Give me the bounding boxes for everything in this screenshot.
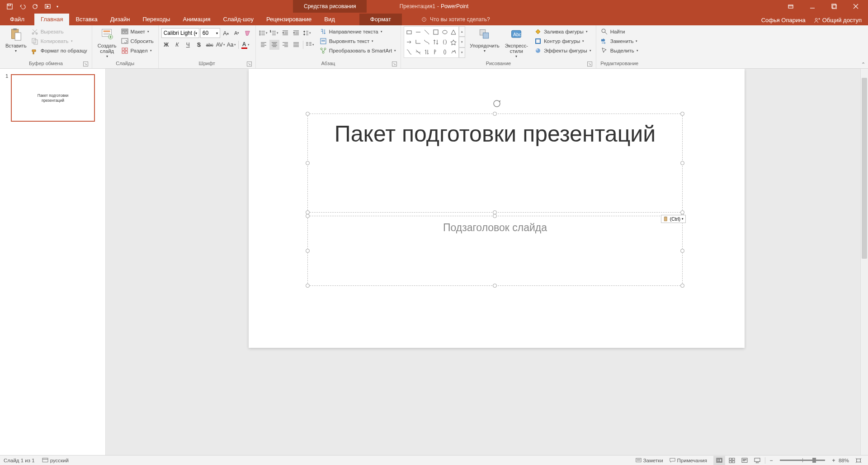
zoom-out-icon[interactable]: − — [767, 456, 775, 465]
undo-icon[interactable] — [16, 0, 28, 12]
slide: Пакет подготовки презентаций Подзаголово… — [249, 69, 745, 348]
svg-rect-37 — [407, 31, 411, 34]
reset-button[interactable]: Сбросить — [119, 37, 156, 45]
line-spacing-icon[interactable] — [302, 28, 312, 38]
arrange-button[interactable]: Упорядочить▾ — [467, 26, 502, 55]
language-indicator[interactable]: русский — [42, 458, 69, 463]
numbering-icon[interactable]: 1 — [269, 28, 279, 38]
svg-rect-22 — [123, 31, 124, 33]
strikethrough-button[interactable]: abc — [205, 40, 215, 50]
svg-rect-52 — [42, 458, 48, 462]
align-text-button[interactable]: Выровнять текст▾ — [318, 37, 398, 45]
qat-customize-icon[interactable]: ▾ — [54, 0, 61, 12]
replace-button[interactable]: abЗаменить▾ — [599, 37, 640, 45]
align-right-icon[interactable] — [280, 40, 290, 50]
collapse-ribbon-icon[interactable]: ⌃ — [861, 62, 865, 67]
shape-effects-button[interactable]: Эффекты фигуры▾ — [533, 47, 593, 55]
layout-button[interactable]: Макет▾ — [119, 28, 156, 36]
user-name[interactable]: Софья Опарина — [761, 17, 806, 24]
change-case-button[interactable]: Aa — [226, 40, 236, 50]
cut-button[interactable]: Вырезать — [29, 28, 89, 36]
slide-sorter-view-icon[interactable] — [726, 456, 738, 465]
tab-insert[interactable]: Вставка — [69, 14, 104, 25]
svg-rect-17 — [103, 31, 110, 32]
subtitle-textbox[interactable]: Подзаголовок слайда — [307, 216, 683, 286]
copy-button[interactable]: Копировать▾ — [29, 37, 89, 45]
font-name-combo[interactable]: Calibri Light (З▾ — [161, 28, 199, 38]
drawing-launcher-icon[interactable]: ↘ — [587, 62, 592, 66]
justify-icon[interactable] — [291, 40, 301, 50]
slide-thumbnail-1[interactable]: Пакет подготовки презентаций — [11, 74, 95, 122]
notes-button[interactable]: Заметки — [636, 458, 663, 463]
font-launcher-icon[interactable]: ↘ — [247, 62, 252, 66]
font-size-combo[interactable]: 60▾ — [200, 28, 220, 38]
share-button[interactable]: Общий доступ — [814, 17, 862, 24]
comments-button[interactable]: Примечания — [670, 458, 707, 463]
normal-view-icon[interactable] — [713, 456, 725, 465]
ribbon: Вставить▾ Вырезать Копировать▾ Формат по… — [0, 25, 868, 69]
paste-button[interactable]: Вставить▾ — [3, 26, 29, 55]
italic-button[interactable]: К — [172, 40, 182, 50]
fit-to-window-icon[interactable] — [853, 456, 864, 465]
find-button[interactable]: Найти — [599, 28, 640, 36]
tab-view[interactable]: Вид — [318, 14, 341, 25]
font-color-button[interactable]: A — [241, 40, 250, 50]
paragraph-launcher-icon[interactable]: ↘ — [392, 62, 397, 66]
zoom-slider[interactable] — [780, 460, 825, 461]
quick-styles-button[interactable]: Abc Экспресс- стили▾ — [502, 26, 531, 60]
paste-options-button[interactable]: (Ctrl)▾ — [661, 215, 686, 223]
tab-design[interactable]: Дизайн — [104, 14, 137, 25]
shape-fill-button[interactable]: Заливка фигуры▾ — [533, 28, 593, 36]
maximize-icon[interactable] — [824, 0, 844, 13]
redo-icon[interactable] — [29, 0, 41, 12]
ribbon-display-icon[interactable] — [780, 0, 801, 13]
start-from-beginning-icon[interactable] — [42, 0, 53, 12]
save-icon[interactable] — [4, 0, 15, 12]
shadow-button[interactable]: S — [194, 40, 204, 50]
tab-format[interactable]: Формат — [359, 14, 402, 25]
columns-icon[interactable] — [305, 40, 315, 50]
vertical-scrollbar[interactable] — [860, 69, 868, 455]
shapes-gallery[interactable] — [404, 26, 459, 58]
tab-animations[interactable]: Анимация — [176, 14, 217, 25]
slide-title-text[interactable]: Пакет подготовки презентаций — [308, 114, 682, 154]
rotate-handle-icon[interactable] — [492, 99, 502, 109]
increase-indent-icon[interactable] — [291, 28, 301, 38]
convert-smartart-button[interactable]: Преобразовать в SmartArt▾ — [318, 47, 398, 55]
tab-transitions[interactable]: Переходы — [136, 14, 176, 25]
align-left-icon[interactable] — [259, 40, 269, 50]
format-painter-button[interactable]: Формат по образцу — [29, 47, 89, 55]
minimize-icon[interactable] — [802, 0, 823, 13]
section-button[interactable]: Раздел▾ — [119, 47, 156, 55]
group-clipboard: Вставить▾ Вырезать Копировать▾ Формат по… — [0, 25, 92, 68]
bullets-icon[interactable] — [259, 28, 269, 38]
char-spacing-button[interactable]: AV — [216, 40, 226, 50]
tab-slideshow[interactable]: Слайд-шоу — [217, 14, 260, 25]
align-center-icon[interactable] — [269, 40, 279, 50]
tab-review[interactable]: Рецензирование — [260, 14, 318, 25]
underline-button[interactable]: Ч — [183, 40, 193, 50]
tab-file[interactable]: Файл — [0, 14, 34, 25]
slideshow-view-icon[interactable] — [751, 456, 763, 465]
text-direction-button[interactable]: Направление текста▾ — [318, 28, 398, 36]
reading-view-icon[interactable] — [739, 456, 750, 465]
tell-me-search[interactable]: Что вы хотите сделать? — [421, 16, 490, 25]
gallery-scroll[interactable]: ▴▾▾ — [459, 26, 465, 58]
shape-outline-button[interactable]: Контур фигуры▾ — [533, 37, 593, 45]
zoom-percentage[interactable]: 88% — [839, 458, 849, 463]
shrink-font-icon[interactable]: A▾ — [232, 28, 242, 38]
grow-font-icon[interactable]: A▴ — [221, 28, 231, 38]
zoom-in-icon[interactable]: + — [830, 456, 838, 465]
tab-home[interactable]: Главная — [34, 14, 69, 25]
select-button[interactable]: Выделить▾ — [599, 47, 640, 55]
clipboard-launcher-icon[interactable]: ↘ — [83, 62, 88, 66]
new-slide-button[interactable]: Создать слайд▾ — [95, 26, 119, 60]
slide-counter[interactable]: Слайд 1 из 1 — [4, 458, 35, 463]
clear-formatting-icon[interactable] — [243, 28, 253, 38]
decrease-indent-icon[interactable] — [280, 28, 290, 38]
bold-button[interactable]: Ж — [161, 40, 171, 50]
title-textbox[interactable]: Пакет подготовки презентаций — [307, 114, 683, 213]
slide-canvas-area[interactable]: Пакет подготовки презентаций Подзаголово… — [106, 69, 868, 455]
close-icon[interactable] — [845, 0, 866, 13]
slide-subtitle-text[interactable]: Подзаголовок слайда — [308, 216, 682, 234]
